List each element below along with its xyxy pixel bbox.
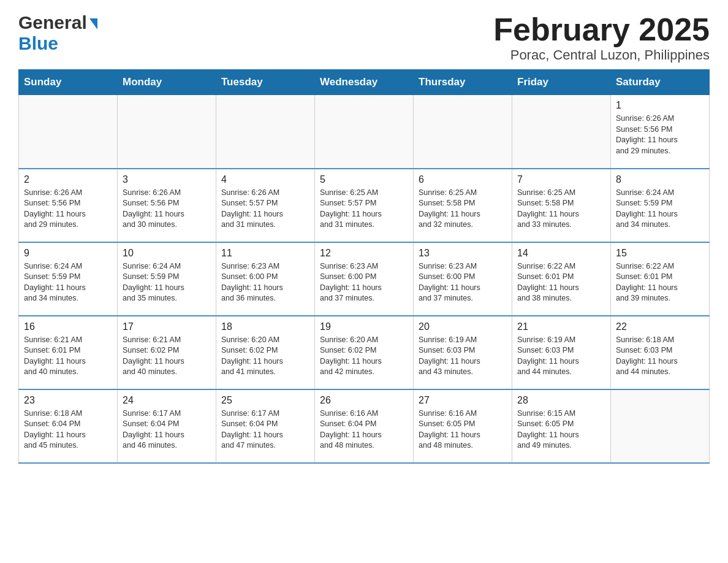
- calendar-cell: 23Sunrise: 6:18 AMSunset: 6:04 PMDayligh…: [19, 389, 118, 463]
- calendar-cell: 1Sunrise: 6:26 AMSunset: 5:56 PMDaylight…: [611, 95, 710, 169]
- day-number: 6: [419, 174, 507, 185]
- weekday-header-row: Sunday Monday Tuesday Wednesday Thursday…: [19, 70, 710, 95]
- calendar-row: 16Sunrise: 6:21 AMSunset: 6:01 PMDayligh…: [19, 316, 710, 389]
- day-number: 8: [616, 174, 704, 185]
- calendar-cell: 18Sunrise: 6:20 AMSunset: 6:02 PMDayligh…: [216, 316, 315, 389]
- calendar-cell: [512, 95, 611, 169]
- calendar-cell: 27Sunrise: 6:16 AMSunset: 6:05 PMDayligh…: [414, 389, 512, 463]
- day-info: Sunrise: 6:15 AMSunset: 6:05 PMDaylight:…: [517, 408, 605, 451]
- day-number: 16: [24, 321, 112, 332]
- day-number: 14: [517, 248, 605, 259]
- day-number: 25: [221, 395, 309, 406]
- day-number: 21: [517, 321, 605, 332]
- day-info: Sunrise: 6:16 AMSunset: 6:04 PMDaylight:…: [320, 408, 408, 451]
- header-thursday: Thursday: [414, 70, 512, 95]
- calendar-cell: 12Sunrise: 6:23 AMSunset: 6:00 PMDayligh…: [315, 242, 414, 316]
- day-info: Sunrise: 6:18 AMSunset: 6:03 PMDaylight:…: [616, 335, 704, 378]
- calendar-cell: 22Sunrise: 6:18 AMSunset: 6:03 PMDayligh…: [611, 316, 710, 389]
- day-number: 9: [24, 248, 112, 259]
- calendar-cell: [315, 95, 414, 169]
- logo-triangle-icon: [89, 18, 97, 29]
- calendar-cell: 10Sunrise: 6:24 AMSunset: 5:59 PMDayligh…: [118, 242, 216, 316]
- calendar-cell: 16Sunrise: 6:21 AMSunset: 6:01 PMDayligh…: [19, 316, 118, 389]
- calendar-cell: [414, 95, 512, 169]
- day-info: Sunrise: 6:26 AMSunset: 5:56 PMDaylight:…: [123, 188, 211, 231]
- logo-blue-text: Blue: [18, 33, 58, 53]
- day-number: 11: [221, 248, 309, 259]
- day-info: Sunrise: 6:26 AMSunset: 5:57 PMDaylight:…: [221, 188, 309, 231]
- day-info: Sunrise: 6:16 AMSunset: 6:05 PMDaylight:…: [419, 408, 507, 451]
- day-info: Sunrise: 6:25 AMSunset: 5:57 PMDaylight:…: [320, 188, 408, 231]
- day-number: 2: [24, 174, 112, 185]
- day-info: Sunrise: 6:19 AMSunset: 6:03 PMDaylight:…: [419, 335, 507, 378]
- day-number: 15: [616, 248, 704, 259]
- calendar-cell: 9Sunrise: 6:24 AMSunset: 5:59 PMDaylight…: [19, 242, 118, 316]
- day-number: 28: [517, 395, 605, 406]
- calendar-cell: 8Sunrise: 6:24 AMSunset: 5:59 PMDaylight…: [611, 169, 710, 242]
- location-subtitle: Porac, Central Luzon, Philippines: [493, 47, 710, 63]
- calendar-row: 1Sunrise: 6:26 AMSunset: 5:56 PMDaylight…: [19, 95, 710, 169]
- day-info: Sunrise: 6:26 AMSunset: 5:56 PMDaylight:…: [24, 188, 112, 231]
- day-info: Sunrise: 6:23 AMSunset: 6:00 PMDaylight:…: [221, 261, 309, 304]
- day-number: 24: [123, 395, 211, 406]
- calendar-cell: 17Sunrise: 6:21 AMSunset: 6:02 PMDayligh…: [118, 316, 216, 389]
- day-info: Sunrise: 6:25 AMSunset: 5:58 PMDaylight:…: [419, 188, 507, 231]
- calendar-row: 23Sunrise: 6:18 AMSunset: 6:04 PMDayligh…: [19, 389, 710, 463]
- calendar-cell: 25Sunrise: 6:17 AMSunset: 6:04 PMDayligh…: [216, 389, 315, 463]
- day-number: 4: [221, 174, 309, 185]
- title-section: February 2025 Porac, Central Luzon, Phil…: [493, 12, 710, 63]
- calendar-row: 2Sunrise: 6:26 AMSunset: 5:56 PMDaylight…: [19, 169, 710, 242]
- header-wednesday: Wednesday: [315, 70, 414, 95]
- page-header: General Blue February 2025 Porac, Centra…: [18, 12, 710, 63]
- calendar-cell: 19Sunrise: 6:20 AMSunset: 6:02 PMDayligh…: [315, 316, 414, 389]
- day-info: Sunrise: 6:21 AMSunset: 6:01 PMDaylight:…: [24, 335, 112, 378]
- calendar-cell: 28Sunrise: 6:15 AMSunset: 6:05 PMDayligh…: [512, 389, 611, 463]
- day-number: 5: [320, 174, 408, 185]
- calendar-cell: 24Sunrise: 6:17 AMSunset: 6:04 PMDayligh…: [118, 389, 216, 463]
- day-info: Sunrise: 6:17 AMSunset: 6:04 PMDaylight:…: [123, 408, 211, 451]
- day-info: Sunrise: 6:20 AMSunset: 6:02 PMDaylight:…: [320, 335, 408, 378]
- day-info: Sunrise: 6:21 AMSunset: 6:02 PMDaylight:…: [123, 335, 211, 378]
- day-number: 18: [221, 321, 309, 332]
- day-info: Sunrise: 6:18 AMSunset: 6:04 PMDaylight:…: [24, 408, 112, 451]
- calendar-table: Sunday Monday Tuesday Wednesday Thursday…: [18, 69, 710, 464]
- calendar-cell: [118, 95, 216, 169]
- day-number: 1: [616, 100, 704, 111]
- day-info: Sunrise: 6:22 AMSunset: 6:01 PMDaylight:…: [616, 261, 704, 304]
- day-info: Sunrise: 6:23 AMSunset: 6:00 PMDaylight:…: [419, 261, 507, 304]
- header-friday: Friday: [512, 70, 611, 95]
- logo: General Blue: [18, 12, 97, 54]
- day-info: Sunrise: 6:25 AMSunset: 5:58 PMDaylight:…: [517, 188, 605, 231]
- day-info: Sunrise: 6:20 AMSunset: 6:02 PMDaylight:…: [221, 335, 309, 378]
- day-number: 19: [320, 321, 408, 332]
- header-saturday: Saturday: [611, 70, 710, 95]
- day-number: 26: [320, 395, 408, 406]
- day-number: 22: [616, 321, 704, 332]
- calendar-cell: 14Sunrise: 6:22 AMSunset: 6:01 PMDayligh…: [512, 242, 611, 316]
- calendar-cell: 6Sunrise: 6:25 AMSunset: 5:58 PMDaylight…: [414, 169, 512, 242]
- calendar-cell: 21Sunrise: 6:19 AMSunset: 6:03 PMDayligh…: [512, 316, 611, 389]
- calendar-cell: 11Sunrise: 6:23 AMSunset: 6:00 PMDayligh…: [216, 242, 315, 316]
- day-info: Sunrise: 6:24 AMSunset: 5:59 PMDaylight:…: [24, 261, 112, 304]
- calendar-cell: [19, 95, 118, 169]
- calendar-cell: 26Sunrise: 6:16 AMSunset: 6:04 PMDayligh…: [315, 389, 414, 463]
- calendar-cell: 15Sunrise: 6:22 AMSunset: 6:01 PMDayligh…: [611, 242, 710, 316]
- day-info: Sunrise: 6:19 AMSunset: 6:03 PMDaylight:…: [517, 335, 605, 378]
- day-number: 20: [419, 321, 507, 332]
- month-title: February 2025: [493, 12, 710, 47]
- header-sunday: Sunday: [19, 70, 118, 95]
- day-info: Sunrise: 6:22 AMSunset: 6:01 PMDaylight:…: [517, 261, 605, 304]
- calendar-row: 9Sunrise: 6:24 AMSunset: 5:59 PMDaylight…: [19, 242, 710, 316]
- day-number: 7: [517, 174, 605, 185]
- day-number: 3: [123, 174, 211, 185]
- header-monday: Monday: [118, 70, 216, 95]
- day-number: 12: [320, 248, 408, 259]
- calendar-cell: 2Sunrise: 6:26 AMSunset: 5:56 PMDaylight…: [19, 169, 118, 242]
- day-number: 10: [123, 248, 211, 259]
- logo-general-text: General: [18, 12, 87, 33]
- day-info: Sunrise: 6:24 AMSunset: 5:59 PMDaylight:…: [616, 188, 704, 231]
- header-tuesday: Tuesday: [216, 70, 315, 95]
- calendar-cell: 3Sunrise: 6:26 AMSunset: 5:56 PMDaylight…: [118, 169, 216, 242]
- day-info: Sunrise: 6:24 AMSunset: 5:59 PMDaylight:…: [123, 261, 211, 304]
- day-number: 27: [419, 395, 507, 406]
